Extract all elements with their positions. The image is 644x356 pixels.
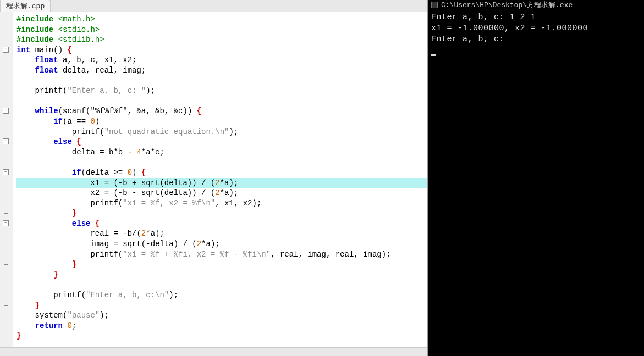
- fold-end-tick: [4, 326, 8, 326]
- code-line[interactable]: }: [16, 270, 427, 280]
- code-area[interactable]: −−−−− #include <math.h>#include <stdio.h…: [0, 12, 427, 356]
- console-title: C:\Users\HP\Desktop\方程求解.exe: [441, 0, 573, 10]
- code-line[interactable]: system("pause");: [16, 310, 427, 321]
- code-line[interactable]: else {: [16, 137, 427, 147]
- console-line: Enter a, b, c:: [431, 34, 641, 45]
- fold-end-tick: [4, 264, 8, 265]
- fold-toggle-icon[interactable]: −: [3, 108, 9, 114]
- fold-toggle-icon[interactable]: −: [3, 138, 9, 144]
- console-line: Enter a, b, c: 1 2 1: [431, 12, 641, 23]
- code-line[interactable]: if(a == 0): [16, 116, 427, 127]
- fold-toggle-icon[interactable]: −: [3, 169, 9, 175]
- code-line[interactable]: if(delta >= 0) {: [16, 168, 427, 178]
- code-line[interactable]: real = -b/(2*a);: [16, 229, 427, 239]
- code-lines[interactable]: #include <math.h>#include <stdio.h>#incl…: [13, 12, 427, 356]
- fold-toggle-icon[interactable]: −: [3, 47, 9, 53]
- fold-toggle-icon[interactable]: −: [3, 220, 9, 226]
- code-line[interactable]: }: [16, 331, 427, 341]
- console-cursor: [431, 54, 436, 56]
- code-line[interactable]: x1 = (-b + sqrt(delta)) / (2*a);: [16, 178, 427, 188]
- fold-end-tick: [4, 213, 8, 214]
- code-line[interactable]: return 0;: [16, 321, 427, 331]
- code-line[interactable]: else {: [16, 219, 427, 229]
- console-line: x1 = -1.000000, x2 = -1.000000: [431, 23, 641, 34]
- fold-gutter: −−−−−: [0, 12, 13, 356]
- code-line[interactable]: float a, b, c, x1, x2;: [16, 55, 427, 65]
- code-line[interactable]: x2 = (-b - sqrt(delta)) / (2*a);: [16, 188, 427, 198]
- code-line[interactable]: [16, 280, 427, 290]
- code-line[interactable]: }: [16, 259, 427, 270]
- console-pane: C:\Users\HP\Desktop\方程求解.exe Enter a, b,…: [428, 0, 644, 356]
- code-line[interactable]: float delta, real, imag;: [16, 65, 427, 76]
- console-window-icon: [431, 2, 438, 8]
- code-line[interactable]: #include <stdlib.h>: [16, 35, 427, 45]
- code-line[interactable]: printf("Enter a, b, c:\n");: [16, 290, 427, 301]
- file-tab[interactable]: 程求解.cpp: [0, 0, 51, 12]
- code-line[interactable]: printf("Enter a, b, c: ");: [16, 86, 427, 96]
- fold-end-tick: [4, 305, 8, 306]
- code-line[interactable]: [16, 157, 427, 168]
- horizontal-scrollbar[interactable]: [0, 347, 427, 356]
- fold-end-tick: [4, 275, 8, 275]
- code-line[interactable]: imag = sqrt(-delta) / (2*a);: [16, 239, 427, 249]
- code-line[interactable]: [16, 96, 427, 107]
- code-line[interactable]: }: [16, 301, 427, 311]
- code-line[interactable]: printf("x1 = %f, x2 = %f\n", x1, x2);: [16, 198, 427, 209]
- code-line[interactable]: #include <math.h>: [16, 14, 427, 25]
- code-line[interactable]: int main() {: [16, 45, 427, 55]
- code-line[interactable]: delta = b*b - 4*a*c;: [16, 147, 427, 158]
- code-line[interactable]: printf("x1 = %f + %fi, x2 = %f - %fi\n",…: [16, 249, 427, 260]
- code-line[interactable]: }: [16, 208, 427, 219]
- code-line[interactable]: #include <stdio.h>: [16, 25, 427, 35]
- tab-bar: 程求解.cpp: [0, 0, 427, 12]
- console-titlebar: C:\Users\HP\Desktop\方程求解.exe: [428, 0, 644, 10]
- code-line[interactable]: while(scanf("%f%f%f", &a, &b, &c)) {: [16, 106, 427, 116]
- code-editor-pane: 程求解.cpp −−−−− #include <math.h>#include …: [0, 0, 428, 356]
- code-line[interactable]: [16, 76, 427, 86]
- code-line[interactable]: printf("not quadratic equation.\n");: [16, 127, 427, 137]
- console-output[interactable]: Enter a, b, c: 1 2 1x1 = -1.000000, x2 =…: [428, 10, 644, 58]
